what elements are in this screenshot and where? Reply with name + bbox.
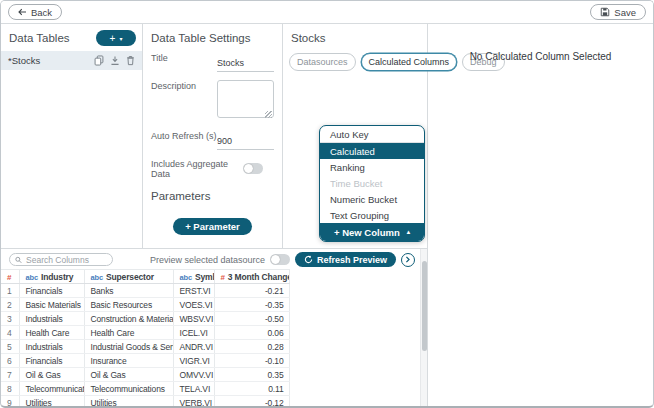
preview-table: #abcIndustryabcSupersectorabcSymbol#3 Mo… (1, 269, 290, 406)
table-cell: -0.10 (214, 354, 289, 368)
plus-icon: + (110, 33, 116, 44)
table-cell: 0.35 (214, 368, 289, 382)
column-header-3-month-change[interactable]: #3 Month Change % (214, 270, 289, 284)
empty-state-message: No Calculated Column Selected (470, 51, 612, 62)
search-box (9, 253, 113, 266)
table-row[interactable]: 3IndustrialsConstruction & MaterialsWBSV… (1, 312, 289, 326)
app-window: Back Save Data Tables + ▾ (0, 0, 654, 408)
delete-icon[interactable] (126, 55, 135, 66)
table-row[interactable]: 8TelecommunicationsTelecommunicationsTEL… (1, 382, 289, 396)
table-cell: Health Care (84, 326, 173, 340)
column-header-row-number[interactable]: # (1, 270, 19, 284)
table-cell: 8 (1, 382, 19, 396)
column-header-label: Symbol (195, 272, 214, 282)
table-cell: Oil & Gas (84, 368, 173, 382)
table-cell: -0.21 (214, 284, 289, 298)
column-header-symbol[interactable]: abcSymbol (173, 270, 214, 284)
menu-item-time-bucket: Time Bucket (320, 175, 424, 191)
column-header-label: Supersector (106, 272, 154, 282)
table-row[interactable]: 9UtilitiesUtilitiesVERB.VI-0.12 (1, 396, 289, 407)
menu-item-text-grouping[interactable]: Text Grouping (320, 207, 424, 223)
table-cell: 5 (1, 340, 19, 354)
save-button[interactable]: Save (590, 4, 646, 20)
title-label: Title (151, 52, 217, 63)
table-cell: WBSV.VI (173, 312, 214, 326)
table-cell: Telecommunications (84, 382, 173, 396)
preview-datasource-toggle[interactable] (270, 254, 290, 265)
table-cell: Oil & Gas (19, 368, 84, 382)
menu-item-calculated[interactable]: Calculated (320, 143, 424, 159)
table-cell: 3 (1, 312, 19, 326)
vertical-scrollbar[interactable] (420, 249, 427, 406)
table-cell: 6 (1, 354, 19, 368)
table-row[interactable]: 4Health CareHealth CareICEL.VI0.06 (1, 326, 289, 340)
table-cell: Utilities (19, 396, 84, 407)
table-cell: Telecommunications (19, 382, 84, 396)
scrollbar-thumb[interactable] (422, 261, 427, 351)
data-table-list-item[interactable]: *Stocks (1, 51, 142, 70)
data-table-name: *Stocks (8, 55, 40, 66)
expand-preview-button[interactable] (401, 253, 415, 267)
table-cell: 9 (1, 396, 19, 407)
back-label: Back (31, 7, 52, 18)
settings-panel: Data Table Settings Title Description (143, 24, 283, 248)
aggregate-toggle[interactable] (243, 163, 263, 174)
table-cell: Industrial Goods & Services (84, 340, 173, 354)
auto-refresh-label: Auto Refresh (s) (151, 130, 217, 141)
data-tables-header: Data Tables + ▾ (1, 24, 142, 51)
table-cell: 0.11 (214, 382, 289, 396)
table-cell: 4 (1, 326, 19, 340)
new-column-dropdown: Auto KeyCalculatedRankingTime BucketNume… (319, 125, 425, 242)
search-columns-input[interactable] (26, 255, 107, 265)
table-cell: -0.12 (214, 396, 289, 407)
table-cell: ICEL.VI (173, 326, 214, 340)
copy-icon[interactable] (94, 55, 104, 66)
table-body: 1FinancialsBanksERST.VI-0.212Basic Mater… (1, 284, 289, 407)
title-input[interactable] (217, 58, 274, 72)
new-column-menu-items: Auto KeyCalculatedRankingTime BucketNume… (320, 126, 424, 223)
text-type-icon: abc (91, 273, 103, 282)
table-cell: 1 (1, 284, 19, 298)
table-row[interactable]: 5IndustrialsIndustrial Goods & ServicesA… (1, 340, 289, 354)
table-row[interactable]: 1FinancialsBanksERST.VI-0.21 (1, 284, 289, 298)
add-data-table-button[interactable]: + ▾ (96, 30, 136, 46)
table-cell: ERST.VI (173, 284, 214, 298)
back-button[interactable]: Back (8, 4, 62, 20)
column-header-label: 3 Month Change % (228, 272, 289, 282)
refresh-preview-button[interactable]: Refresh Preview (295, 252, 396, 267)
auto-refresh-input[interactable] (217, 136, 274, 150)
table-cell: 2 (1, 298, 19, 312)
text-type-icon: abc (26, 273, 38, 282)
table-row[interactable]: 2Basic MaterialsBasic ResourcesVOES.VI-0… (1, 298, 289, 312)
aggregate-label: Includes Aggregate Data (151, 158, 243, 179)
refresh-label: Refresh Preview (317, 255, 387, 265)
new-column-label: + New Column (334, 227, 400, 238)
menu-item-numeric-bucket[interactable]: Numeric Bucket (320, 191, 424, 207)
description-textarea[interactable] (217, 80, 274, 118)
table-row[interactable]: 7Oil & GasOil & GasOMVV.VI0.35 (1, 368, 289, 382)
tab-datasources[interactable]: Datasources (289, 53, 356, 71)
calculated-column-detail-panel: No Calculated Column Selected (428, 24, 653, 406)
table-cell: Banks (84, 284, 173, 298)
menu-item-auto-key[interactable]: Auto Key (320, 126, 424, 142)
table-cell: Insurance (84, 354, 173, 368)
stocks-tabbar: DatasourcesCalculated ColumnsDebug (283, 50, 427, 71)
table-cell: VIGR.VI (173, 354, 214, 368)
data-table-actions (94, 55, 135, 66)
new-column-button[interactable]: + New Column ▴ (320, 223, 424, 241)
chevron-up-icon: ▴ (407, 228, 410, 236)
preview-toolbar: Preview selected datasource Refresh Prev… (1, 249, 427, 267)
table-row[interactable]: 6FinancialsInsuranceVIGR.VI-0.10 (1, 354, 289, 368)
table-cell: Construction & Materials (84, 312, 173, 326)
description-label: Description (151, 80, 217, 91)
download-icon[interactable] (110, 55, 120, 66)
add-parameter-button[interactable]: + Parameter (173, 218, 252, 235)
column-header-supersector[interactable]: abcSupersector (84, 270, 173, 284)
menu-item-ranking[interactable]: Ranking (320, 159, 424, 175)
table-cell: -0.50 (214, 312, 289, 326)
stocks-panel-title: Stocks (283, 24, 427, 50)
column-header-industry[interactable]: abcIndustry (19, 270, 84, 284)
table-cell: Basic Resources (84, 298, 173, 312)
parameters-title: Parameters (143, 187, 282, 206)
table-cell: VERB.VI (173, 396, 214, 407)
